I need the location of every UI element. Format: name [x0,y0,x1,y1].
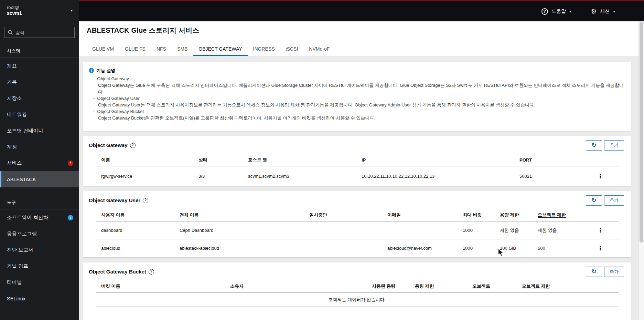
object-gateway-actions: ↻ 추가 [586,140,624,151]
column-header: 사용된 용량 [366,279,409,293]
sidebar-item-label: SELinux [7,296,25,301]
empty-message: 조회되는 데이터가 없습니다. [96,293,619,307]
kebab-menu-button[interactable]: ⋮ [594,245,607,252]
search-input[interactable] [15,30,76,35]
sidebar-item-label: 소프트웨어 최신화 [7,214,48,221]
sidebar-item-services[interactable]: 서비스 ! [0,155,79,171]
cell-email [382,221,457,239]
sidebar-item-label: 진단 보고서 [7,247,33,253]
cell-suspended [304,239,382,257]
cell-object-limit: 제한 없음 [532,221,582,239]
cell-username: dashboard [96,221,174,239]
card-title-text: Object Gateway User [89,195,140,206]
page-scrollbar [638,21,644,320]
column-header: 상태 [193,153,243,166]
sidebar-item-label: 저장소 [7,95,22,102]
tab-object-gateway[interactable]: OBJECT GATEWAY [193,43,247,56]
sidebar-item-logs[interactable]: 기록 [0,74,79,90]
cell-quota: 제한 없음 [494,221,532,239]
scrollbar-thumb[interactable] [640,22,643,242]
card-title-text: Object Gateway [89,140,128,151]
column-header: PORT [514,153,582,166]
feature-desc: Object Gateway Bucket은 연관된 오브젝트(파일)를 그룹핑… [89,115,624,121]
table-row: rgw.rgw-service 3/3 scvm1,scvm2,scvm3 10… [96,166,619,186]
add-user-button[interactable]: 추가 [604,195,624,206]
cards-container: i 기능 설명 Object Gateway Object Gateway는 G… [79,56,638,320]
question-circle-icon[interactable]: ? [143,198,148,203]
tab-nvme-of[interactable]: NVMe-oF [303,43,335,56]
sidebar-item-label: 터미널 [7,279,22,286]
object-gateway-user-card: Object Gateway User ? ↻ 추가 사용자 이름 전체 이름 [83,191,631,257]
page-header: ABLESTACK Glue 스토리지 서비스 GLUE VM GLUE FS … [79,21,638,56]
sidebar-item-kernel-dump[interactable]: 커널 덤프 [0,258,79,274]
tab-ingress[interactable]: INGRESS [248,43,280,56]
column-header: 이름 [96,153,193,166]
nav-section-tools: 도구 [0,196,79,209]
kebab-menu-button[interactable]: ⋮ [594,173,607,180]
object-gateway-user-card-header: Object Gateway User ? ↻ 추가 [83,191,631,208]
refresh-icon: ↻ [591,142,596,148]
refresh-button[interactable]: ↻ [586,195,602,206]
tab-smb[interactable]: SMB [172,43,193,56]
tab-nfs[interactable]: NFS [151,43,172,56]
feature-description-heading: i 기능 설명 [89,67,624,74]
tab-glue-vm[interactable]: GLUE VM [87,43,119,56]
sidebar-item-applications[interactable]: 응용프로그램 [0,226,79,242]
sidebar-item-ablestack[interactable]: ABLESTACK [0,171,79,187]
cell-fullname: Ceph Dashboard [174,221,304,239]
object-gateway-user-actions: ↻ 추가 [586,195,624,206]
sidebar-item-networking[interactable]: 네트워킹 [0,106,79,123]
feature-term: Object Gateway Bucket [89,108,624,115]
column-header: 소유자 [225,279,366,293]
sidebar-item-selinux[interactable]: SELinux [0,290,79,307]
kebab-menu-button[interactable]: ⋮ [594,227,607,234]
column-header: 일시중단 [304,208,382,221]
sidebar-item-label: 네트워킹 [7,111,27,118]
sidebar-item-label: 개요 [7,63,17,69]
tab-iscsi[interactable]: iSCSI [280,43,304,56]
question-circle-icon[interactable]: ? [149,269,154,275]
sidebar-item-label: 포드맨 컨테이너 [7,127,43,134]
sidebar-item-software-updates[interactable]: 소프트웨어 최신화 i [0,209,79,226]
masthead: ? 도움말 ▾ ⚙ 세션 ▾ [79,0,644,21]
object-gateway-bucket-actions: ↻ 추가 [586,267,624,277]
sidebar-item-label: ABLESTACK [7,177,36,182]
add-bucket-button[interactable]: 추가 [604,267,624,277]
feature-desc: Object Gateway User는 객체 스토리지 사용자정보를 관리하는… [89,102,624,108]
feature-description-title: 기능 설명 [96,67,116,74]
cell-gateway-port: 50021 [514,166,582,186]
refresh-button[interactable]: ↻ [586,267,602,277]
help-icon: ? [541,8,548,15]
object-gateway-table: 이름 상태 호스트 명 IP PORT rgw.rgw-service 3/3 [96,153,619,186]
sidebar-search [4,27,75,38]
add-gateway-button[interactable]: 추가 [604,140,624,151]
nav-section-system: 시스템 [0,44,79,58]
sidebar-item-storage[interactable]: 저장소 [0,90,79,106]
service-tabs: GLUE VM GLUE FS NFS SMB OBJECT GATEWAY I… [87,43,636,56]
sidebar-item-terminal[interactable]: 터미널 [0,274,79,290]
card-title-text: Object Gateway Bucket [89,267,146,277]
column-header-actions [582,153,619,166]
column-header: 용량 제한 [494,208,532,221]
account-menu[interactable]: root@ scvm1 ▾ [0,0,79,21]
table-header-row: 이름 상태 호스트 명 IP PORT [96,153,619,166]
tab-glue-fs[interactable]: GLUE FS [119,43,151,56]
sidebar-item-label: 커널 덤프 [7,263,28,269]
session-menu-button[interactable]: ⚙ 세션 ▾ [581,1,625,21]
help-menu-button[interactable]: ? 도움말 ▾ [532,1,581,21]
sidebar-item-podman[interactable]: 포드맨 컨테이너 [0,123,79,139]
object-gateway-bucket-title: Object Gateway Bucket ? [89,267,154,277]
question-circle-icon[interactable]: ? [130,143,136,148]
column-header: 호스트 명 [243,153,356,166]
refresh-button[interactable]: ↻ [586,140,602,151]
login-user: root@ [7,5,22,10]
sidebar-item-overview[interactable]: 개요 [0,58,79,74]
table-header-row: 버킷 이름 소유자 사용된 용량 용량 제한 오브젝트 오브젝트 제한 [96,279,619,293]
sidebar-item-diagnostic-reports[interactable]: 진단 보고서 [0,242,79,258]
sidebar-item-label: 응용프로그램 [7,230,37,237]
sidebar-item-accounts[interactable]: 계정 [0,139,79,155]
cell-gateway-name: rgw.rgw-service [96,166,193,186]
kebab-icon: ⋮ [598,245,603,251]
caret-down-icon: ▾ [569,10,571,13]
refresh-icon: ↻ [591,268,596,275]
